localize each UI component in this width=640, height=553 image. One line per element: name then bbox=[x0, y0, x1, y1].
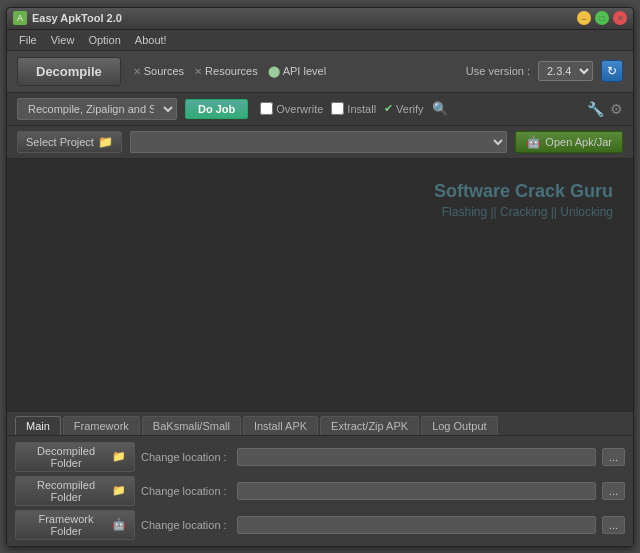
version-label: Use version : bbox=[466, 65, 530, 77]
resources-label: Resources bbox=[205, 65, 258, 77]
decompiled-folder-button[interactable]: Decompiled Folder 📁 bbox=[15, 442, 135, 472]
verify-check-icon: ✔ bbox=[384, 102, 393, 115]
verify-check: ✔ Verify bbox=[384, 102, 424, 115]
action-bar: Recompile, Zipalign and Sign Do Job Over… bbox=[7, 93, 633, 126]
watermark-line1: Software Crack Guru bbox=[434, 179, 613, 204]
wrench-icon[interactable]: 🔧 bbox=[587, 101, 604, 117]
titlebar: A Easy ApkTool 2.0 – □ ✕ bbox=[7, 8, 633, 30]
settings-icon[interactable]: ⚙ bbox=[610, 101, 623, 117]
sources-check-icon[interactable]: ✕ bbox=[133, 66, 141, 77]
update-icon: ↻ bbox=[607, 64, 617, 78]
project-dropdown[interactable] bbox=[130, 131, 507, 153]
main-window: A Easy ApkTool 2.0 – □ ✕ File View Optio… bbox=[6, 7, 634, 547]
bottom-panel: Decompiled Folder 📁 Change location : ..… bbox=[7, 436, 633, 546]
install-label: Install bbox=[347, 103, 376, 115]
open-apk-label: Open Apk/Jar bbox=[545, 136, 612, 148]
app-icon: A bbox=[13, 11, 27, 25]
action-icons: 🔧 ⚙ bbox=[587, 101, 623, 117]
tab-main[interactable]: Main bbox=[15, 416, 61, 435]
framework-folder-row: Framework Folder 🤖 Change location : ... bbox=[15, 510, 625, 540]
recompiled-dots-button[interactable]: ... bbox=[602, 482, 625, 500]
checkbox-group: ✕ Sources ✕ Resources ⬤ API level bbox=[133, 65, 326, 78]
recompiled-path-input[interactable] bbox=[237, 482, 596, 500]
api-label: API level bbox=[283, 65, 326, 77]
sources-label: Sources bbox=[144, 65, 184, 77]
tab-install-apk[interactable]: Install APK bbox=[243, 416, 318, 435]
recompiled-folder-icon: 📁 bbox=[112, 484, 126, 497]
watermark-line2: Flashing || Cracking || Unlocking bbox=[434, 204, 613, 221]
recompiled-folder-button[interactable]: Recompiled Folder 📁 bbox=[15, 476, 135, 506]
tab-extract-zip[interactable]: Extract/Zip APK bbox=[320, 416, 419, 435]
watermark: Software Crack Guru Flashing || Cracking… bbox=[434, 179, 613, 221]
framework-folder-button[interactable]: Framework Folder 🤖 bbox=[15, 510, 135, 540]
open-apk-button[interactable]: 🤖 Open Apk/Jar bbox=[515, 131, 623, 153]
resources-check: ✕ Resources bbox=[194, 65, 258, 77]
toolbar-right: Use version : 2.3.4 2.3.3 2.3.2 ↻ bbox=[466, 60, 623, 82]
tab-baksmali[interactable]: BaKsmali/Small bbox=[142, 416, 241, 435]
install-checkbox[interactable] bbox=[331, 102, 344, 115]
menubar: File View Option About! bbox=[7, 30, 633, 51]
menu-about[interactable]: About! bbox=[129, 32, 173, 48]
menu-view[interactable]: View bbox=[45, 32, 81, 48]
decompiled-folder-icon: 📁 bbox=[112, 450, 126, 463]
toolbar: Decompile ✕ Sources ✕ Resources ⬤ API le… bbox=[7, 51, 633, 93]
titlebar-controls: – □ ✕ bbox=[577, 11, 627, 25]
toolbar-left: Decompile ✕ Sources ✕ Resources ⬤ API le… bbox=[17, 57, 326, 86]
api-check-icon[interactable]: ⬤ bbox=[268, 65, 280, 78]
decompiled-dots-button[interactable]: ... bbox=[602, 448, 625, 466]
framework-folder-label: Framework Folder bbox=[24, 513, 108, 537]
app-title: Easy ApkTool 2.0 bbox=[32, 12, 122, 24]
compile-select[interactable]: Recompile, Zipalign and Sign bbox=[17, 98, 177, 120]
titlebar-left: A Easy ApkTool 2.0 bbox=[13, 11, 122, 25]
overwrite-label: Overwrite bbox=[276, 103, 323, 115]
recompiled-folder-label: Recompiled Folder bbox=[24, 479, 108, 503]
project-folder-icon: 📁 bbox=[98, 135, 113, 149]
tabs-bar: Main Framework BaKsmali/Small Install AP… bbox=[7, 411, 633, 436]
install-check: Install bbox=[331, 102, 376, 115]
decompiled-change-label: Change location : bbox=[141, 451, 231, 463]
framework-dots-button[interactable]: ... bbox=[602, 516, 625, 534]
overwrite-check: Overwrite bbox=[260, 102, 323, 115]
version-select[interactable]: 2.3.4 2.3.3 2.3.2 bbox=[538, 61, 593, 81]
tab-log-output[interactable]: Log Output bbox=[421, 416, 497, 435]
recompiled-folder-row: Recompiled Folder 📁 Change location : ..… bbox=[15, 476, 625, 506]
tab-framework[interactable]: Framework bbox=[63, 416, 140, 435]
framework-android-icon: 🤖 bbox=[112, 518, 126, 531]
sources-check: ✕ Sources bbox=[133, 65, 184, 77]
update-button[interactable]: ↻ bbox=[601, 60, 623, 82]
maximize-button[interactable]: □ bbox=[595, 11, 609, 25]
recompiled-change-label: Change location : bbox=[141, 485, 231, 497]
framework-path-input[interactable] bbox=[237, 516, 596, 534]
search-icon[interactable]: 🔍 bbox=[432, 101, 448, 116]
close-button[interactable]: ✕ bbox=[613, 11, 627, 25]
menu-file[interactable]: File bbox=[13, 32, 43, 48]
overwrite-checkbox[interactable] bbox=[260, 102, 273, 115]
api-level-check: ⬤ API level bbox=[268, 65, 326, 78]
menu-option[interactable]: Option bbox=[82, 32, 126, 48]
decompiled-path-input[interactable] bbox=[237, 448, 596, 466]
do-job-button[interactable]: Do Job bbox=[185, 99, 248, 119]
action-options: Overwrite Install ✔ Verify 🔍 bbox=[260, 101, 447, 116]
decompiled-folder-row: Decompiled Folder 📁 Change location : ..… bbox=[15, 442, 625, 472]
decompile-button[interactable]: Decompile bbox=[17, 57, 121, 86]
project-bar: Select Project 📁 🤖 Open Apk/Jar bbox=[7, 126, 633, 159]
android-icon: 🤖 bbox=[526, 135, 541, 149]
verify-label: Verify bbox=[396, 103, 424, 115]
select-project-label: Select Project bbox=[26, 136, 94, 148]
log-area: Software Crack Guru Flashing || Cracking… bbox=[7, 159, 633, 411]
minimize-button[interactable]: – bbox=[577, 11, 591, 25]
decompiled-folder-label: Decompiled Folder bbox=[24, 445, 108, 469]
framework-change-label: Change location : bbox=[141, 519, 231, 531]
resources-check-icon[interactable]: ✕ bbox=[194, 66, 202, 77]
select-project-button[interactable]: Select Project 📁 bbox=[17, 131, 122, 153]
